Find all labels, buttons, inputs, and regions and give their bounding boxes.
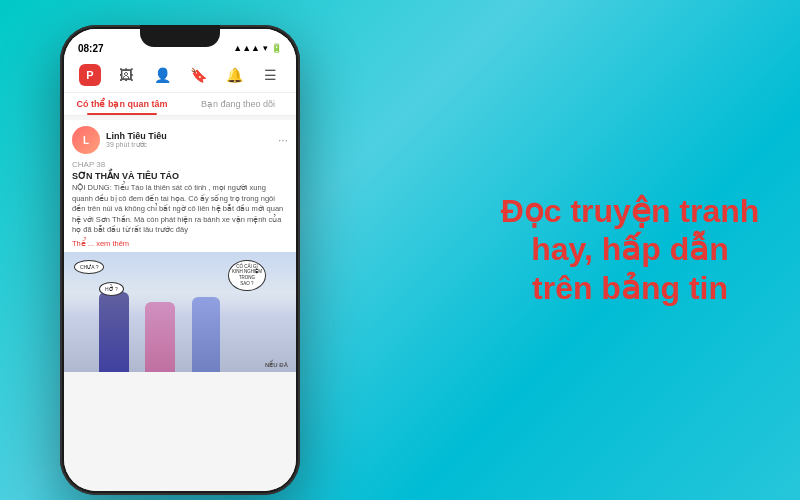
post-card: L Linh Tiêu Tiêu 39 phút trước ··· CHAP …	[64, 120, 296, 372]
bell-icon[interactable]: 🔔	[223, 64, 245, 86]
promo-line1: Đọc truyện tranh hay, hấp dẫn	[501, 193, 760, 267]
phone-notch	[140, 25, 220, 47]
phone-mockup: 08:27 ▲▲▲ ▾ 🔋 P 🖼 👤 🔖 🔔 ☰ Có thể bạn	[60, 25, 300, 495]
post-more-button[interactable]: ···	[278, 133, 288, 147]
wifi-icon: ▾	[263, 43, 268, 53]
bookmark-icon[interactable]: 🔖	[187, 64, 209, 86]
tab-co-the-label: Có thể bạn quan tâm	[77, 99, 168, 109]
tab-co-the[interactable]: Có thể bạn quan tâm	[64, 93, 180, 115]
manga-desc: NỘI DUNG: Tiểu Táo là thiên sát cô tinh …	[72, 183, 288, 236]
menu-icon[interactable]: ☰	[259, 64, 281, 86]
read-more-link[interactable]: Thể ... xem thêm	[72, 239, 288, 248]
status-icons: ▲▲▲ ▾ 🔋	[233, 43, 282, 53]
post-author: Linh Tiêu Tiêu	[106, 131, 272, 141]
speech-bubble-3: HỞ ?	[99, 282, 124, 296]
manga-preview: CHƯA ? CÓ CÁI GÌKINH NGHIỆMTRONGSAO ? HỞ…	[64, 252, 296, 372]
phone-shell: 08:27 ▲▲▲ ▾ 🔋 P 🖼 👤 🔖 🔔 ☰ Có thể bạn	[60, 25, 300, 495]
speech-bubble-2: CÓ CÁI GÌKINH NGHIỆMTRONGSAO ?	[228, 260, 266, 291]
brand-icon[interactable]: P	[79, 64, 101, 86]
battery-icon: 🔋	[271, 43, 282, 53]
top-nav: P 🖼 👤 🔖 🔔 ☰	[64, 57, 296, 93]
profile-icon[interactable]: 👤	[151, 64, 173, 86]
post-time: 39 phút trước	[106, 141, 272, 149]
tab-dang-theo-doi-label: Bạn đang theo dõi	[201, 99, 275, 109]
signal-icon: ▲▲▲	[233, 43, 260, 53]
phone-screen: 08:27 ▲▲▲ ▾ 🔋 P 🖼 👤 🔖 🔔 ☰ Có thể bạn	[64, 29, 296, 491]
post-meta: Linh Tiêu Tiêu 39 phút trước	[106, 131, 272, 149]
gallery-icon[interactable]: 🖼	[115, 64, 137, 86]
promo-text-section: Đọc truyện tranh hay, hấp dẫn trên bảng …	[490, 192, 770, 307]
speech-bubble-1: CHƯA ?	[74, 260, 104, 274]
manga-title: SƠN THẦN VÀ TIÊU TÁO	[72, 171, 288, 181]
chapter-label: CHAP 38	[72, 160, 288, 169]
post-header: L Linh Tiêu Tiêu 39 phút trước ···	[64, 120, 296, 160]
tab-dang-theo-doi[interactable]: Bạn đang theo dõi	[180, 93, 296, 115]
promo-line2: trên bảng tin	[532, 270, 728, 306]
manga-bottom-label: NẾU ĐÃ	[265, 361, 288, 368]
feed-content: L Linh Tiêu Tiêu 39 phút trước ··· CHAP …	[64, 116, 296, 491]
tab-bar: Có thể bạn quan tâm Bạn đang theo dõi	[64, 93, 296, 116]
status-time: 08:27	[78, 43, 104, 54]
manga-bg: CHƯA ? CÓ CÁI GÌKINH NGHIỆMTRONGSAO ? HỞ…	[64, 252, 296, 372]
post-body: CHAP 38 SƠN THẦN VÀ TIÊU TÁO NỘI DUNG: T…	[64, 160, 296, 252]
promo-title: Đọc truyện tranh hay, hấp dẫn trên bảng …	[490, 192, 770, 307]
avatar: L	[72, 126, 100, 154]
